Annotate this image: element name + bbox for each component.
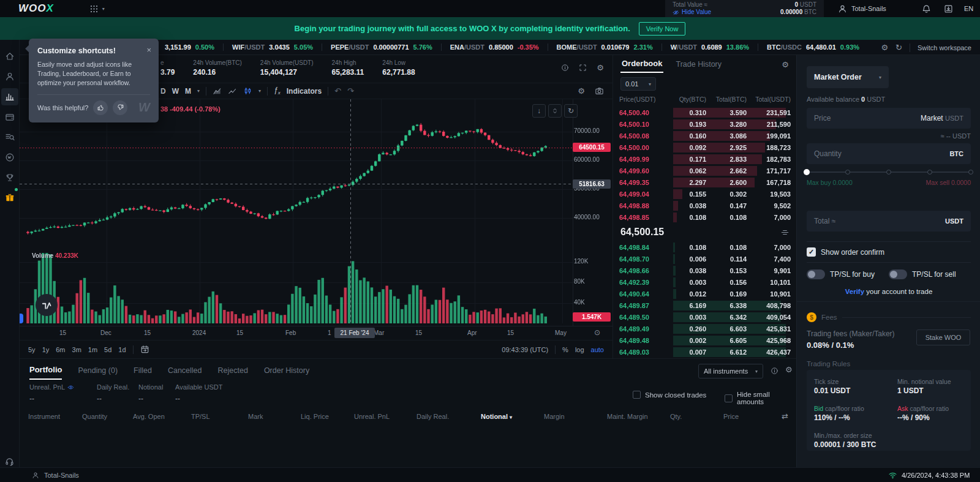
timeframe-5d-button[interactable]: 5d — [104, 346, 111, 353]
ticker-refresh-icon[interactable]: ↻ — [895, 43, 902, 52]
ask-row[interactable]: 64,500.080.1603.086199,091 — [613, 130, 797, 141]
column-tp-sl[interactable]: TP/SL — [191, 413, 210, 420]
column-settings-icon[interactable]: ⇄ — [782, 412, 788, 421]
tradingview-logo[interactable] — [36, 294, 58, 316]
column-mark[interactable]: Mark — [248, 413, 263, 420]
interval-1w-button[interactable]: W — [172, 87, 179, 96]
tab-cancelled[interactable]: Cancelled — [168, 366, 202, 379]
quantity-slider[interactable] — [807, 169, 971, 175]
ask-row[interactable]: 64,500.000.0922.925188,723 — [613, 141, 797, 153]
goto-date-icon[interactable] — [140, 345, 149, 354]
scroll-to-latest-icon[interactable]: ↓ — [532, 104, 546, 118]
ask-row[interactable]: 64,500.400.3103.590231,591 — [613, 107, 797, 118]
column-price[interactable]: Price — [723, 413, 739, 420]
timeframe-1y-button[interactable]: 1y — [42, 346, 50, 353]
timeframe-1m-button[interactable]: 1m — [88, 346, 97, 353]
show-closed-trades-checkbox[interactable] — [633, 391, 641, 399]
tab-filled[interactable]: Filled — [134, 366, 152, 379]
log-scale-button[interactable]: log — [575, 346, 584, 353]
thumbs-up-button[interactable] — [93, 100, 108, 115]
ask-row[interactable]: 64,498.850.1080.1087,000 — [613, 211, 797, 223]
sidebar-item-assets[interactable] — [1, 108, 18, 126]
stake-woo-button[interactable]: Stake WOO — [916, 329, 970, 345]
sidebar-item-rewards[interactable] — [1, 189, 18, 206]
chart-event-marker[interactable] — [20, 314, 23, 323]
orderbook-settings-icon[interactable]: ⚙ — [782, 60, 789, 69]
candlestick-chart-icon[interactable] — [243, 86, 252, 96]
interval-1m-button[interactable]: M — [185, 87, 191, 96]
chart-settings-icon[interactable]: ⚙ — [597, 63, 604, 72]
bid-row[interactable]: 64,489.490.2606.603425,831 — [613, 323, 797, 334]
popup-close-icon[interactable]: × — [146, 45, 151, 55]
bid-row[interactable]: 64,489.030.0076.612426,437 — [613, 346, 797, 358]
hide-value-button[interactable]: Hide Value — [673, 9, 711, 16]
bid-row[interactable]: 64,498.700.0060.1147,400 — [613, 253, 797, 265]
sidebar-item-trading[interactable] — [1, 88, 18, 105]
bid-row[interactable]: 64,489.876.1696.338408,798 — [613, 299, 797, 311]
percent-scale-button[interactable]: % — [562, 346, 568, 353]
tab-rejected[interactable]: Rejected — [218, 366, 248, 379]
slider-knob[interactable] — [804, 169, 810, 175]
chart-type-caret-icon[interactable]: ▾ — [258, 88, 261, 94]
chart-clock[interactable]: 09:43:39 (UTC) — [502, 346, 548, 353]
timeframe-6m-button[interactable]: 6m — [56, 346, 65, 353]
tab-portfolio[interactable]: Portfolio — [29, 365, 62, 380]
interval-1d-button[interactable]: D — [160, 87, 166, 96]
instruments-filter-dropdown[interactable]: All instruments▾ — [698, 364, 763, 378]
undo-icon[interactable]: ↶ — [334, 86, 341, 96]
indicators-button[interactable]: Indicators — [287, 87, 322, 96]
bid-row[interactable]: 64,492.390.0030.15610,101 — [613, 276, 797, 288]
column-quantity[interactable]: Quantity — [82, 413, 107, 420]
order-confirm-checkbox[interactable]: ✓ — [807, 247, 816, 257]
reset-chart-icon[interactable]: ↻ — [564, 104, 578, 118]
tpsl-buy-toggle[interactable] — [807, 269, 825, 279]
ask-row[interactable]: 64,500.100.1933.280211,590 — [613, 118, 797, 130]
verify-link[interactable]: Verify — [845, 288, 864, 295]
column-maint-margin[interactable]: Maint. Margin — [607, 413, 648, 420]
username[interactable]: Total-Snails — [851, 5, 886, 12]
notifications-icon[interactable] — [922, 4, 931, 13]
bid-row[interactable]: 64,498.660.0380.1539,901 — [613, 265, 797, 276]
redo-icon[interactable]: ↷ — [347, 86, 354, 96]
quantity-field[interactable]: Quantity BTC — [807, 143, 971, 164]
auto-scale-button[interactable]: auto — [591, 346, 604, 353]
downloads-icon[interactable] — [944, 4, 953, 13]
fullscreen-icon[interactable] — [579, 63, 587, 72]
woox-logo[interactable]: WOOX — [18, 2, 54, 15]
sidebar-item-woo-ecosystem[interactable] — [1, 149, 18, 166]
column-daily-real-[interactable]: Daily Real. — [417, 413, 449, 420]
order-type-dropdown[interactable]: Market Order▾ — [807, 66, 889, 88]
line-chart-icon[interactable] — [228, 86, 237, 96]
tv-settings-icon[interactable]: ⚙ — [578, 86, 585, 96]
column-notional[interactable]: Notional ▾ — [481, 413, 512, 420]
sidebar-item-account[interactable] — [1, 68, 18, 85]
switch-workspace-button[interactable]: Switch workspace — [918, 44, 971, 51]
ticker-settings-icon[interactable]: ⚙ — [881, 43, 888, 52]
ticker-item[interactable]: ENA/USDT0.85000-0.35% — [450, 43, 539, 51]
ticker-item[interactable]: BTC/USDC64,480.010.93% — [767, 43, 859, 51]
ticker-item[interactable]: WIF/USDT3.04355.05% — [232, 43, 313, 51]
screenshot-icon[interactable] — [595, 86, 604, 96]
language-switch[interactable]: EN — [964, 5, 973, 12]
ask-row[interactable]: 64,498.880.0380.1479,502 — [613, 200, 797, 211]
collapse-pane-icon[interactable] — [548, 104, 562, 118]
support-icon[interactable] — [5, 457, 14, 466]
tab-orderbook[interactable]: Orderbook — [620, 56, 663, 73]
apps-menu-icon[interactable] — [89, 4, 99, 13]
sidebar-item-markets-explorer[interactable] — [1, 129, 18, 146]
ticker-item[interactable]: 3,151.990.50% — [160, 43, 214, 51]
ticker-item[interactable]: BOME/USDT0.0106792.31% — [557, 43, 653, 51]
ask-row[interactable]: 64,499.352.2972.600167,718 — [613, 176, 797, 188]
positions-settings-icon[interactable]: ⚙ — [785, 365, 793, 374]
profile-icon[interactable] — [838, 4, 847, 13]
tab-pending-0-[interactable]: Pending (0) — [78, 366, 118, 379]
ticker-item[interactable]: W/USDT0.608913.86% — [671, 43, 749, 51]
sidebar-item-leaderboard[interactable] — [1, 169, 18, 186]
price-field[interactable]: Price Market USDT — [807, 108, 971, 129]
positions-info-icon[interactable] — [771, 367, 778, 375]
column-qty-[interactable]: Qty. — [670, 413, 682, 420]
timeframe-5y-button[interactable]: 5y — [28, 346, 36, 353]
tab-order-history[interactable]: Order History — [264, 366, 309, 379]
ask-row[interactable]: 64,499.600.0622.662171,717 — [613, 165, 797, 176]
precision-dropdown[interactable]: 0.01▾ — [620, 77, 656, 91]
